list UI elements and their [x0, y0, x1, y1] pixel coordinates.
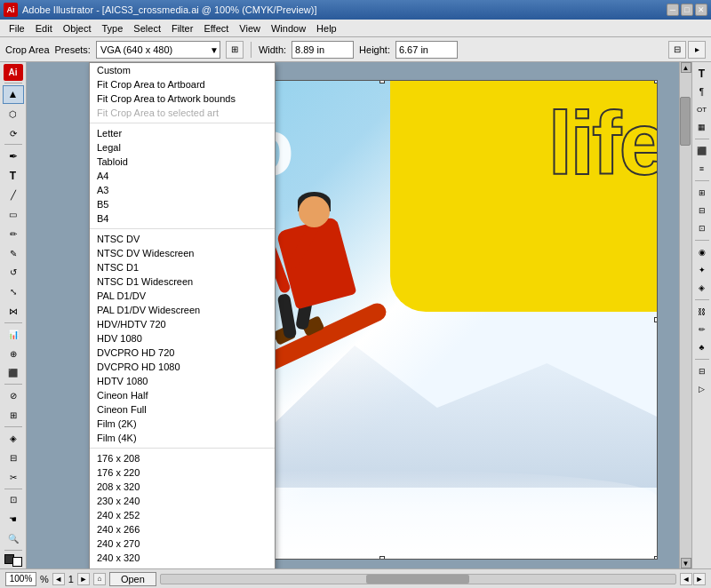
handle-br[interactable] [654, 556, 658, 560]
presets-dropdown[interactable]: CustomFit Crop Area to ArtboardFit Crop … [89, 62, 276, 568]
handle-mr[interactable] [654, 317, 658, 322]
options-icon[interactable]: ⊟ [668, 41, 686, 59]
dropdown-item[interactable]: Letter [90, 126, 275, 140]
dropdown-item[interactable]: 240 x 320 [90, 551, 275, 565]
direct-select-button[interactable]: ⬡ [3, 105, 24, 123]
dropdown-item[interactable]: Film (4K) [90, 431, 275, 445]
panel-icon-table[interactable]: ▦ [694, 119, 710, 135]
pen-tool-button[interactable]: ✒ [3, 147, 24, 165]
dropdown-item[interactable]: B4 [90, 211, 275, 226]
menu-filter[interactable]: Filter [166, 22, 198, 35]
rect-tool-button[interactable]: ▭ [3, 205, 24, 224]
dropdown-item[interactable]: 176 x 220 [90, 465, 275, 480]
dropdown-item[interactable]: B5 [90, 197, 275, 211]
rotate-button[interactable]: ↺ [3, 263, 24, 282]
panel-icon-symbols[interactable]: ♣ [694, 339, 710, 355]
symbol-button[interactable]: ⊕ [3, 345, 24, 363]
panel-icon-gradient[interactable]: ◈ [694, 280, 710, 296]
dropdown-item[interactable]: A3 [90, 183, 275, 197]
scroll-thumb[interactable] [680, 97, 691, 146]
artboard-button[interactable]: ⊡ [3, 490, 24, 509]
menu-edit[interactable]: Edit [30, 22, 58, 35]
scroll-right-button[interactable]: ► [693, 573, 706, 585]
dropdown-item[interactable]: NTSC DV Widescreen [90, 246, 275, 260]
stroke-color[interactable] [12, 557, 22, 567]
zoom-input[interactable] [5, 572, 36, 586]
dropdown-item[interactable]: Cineon Full [90, 402, 275, 417]
panel-icon-align[interactable]: ⊟ [694, 203, 710, 219]
zoom-button[interactable]: 🔍 [3, 529, 24, 548]
prev-page-button[interactable]: ◄ [52, 573, 65, 585]
dropdown-item[interactable]: NTSC D1 Widescreen [90, 274, 275, 289]
panel-icon-actions[interactable]: ▷ [694, 381, 710, 397]
menu-type[interactable]: Type [97, 22, 129, 35]
maximize-button[interactable]: □ [681, 4, 693, 16]
dropdown-item[interactable]: HDV/HDTV 720 [90, 317, 275, 331]
handle-bm[interactable] [379, 556, 385, 560]
panel-icon-color[interactable]: ◉ [694, 244, 710, 260]
warp-button[interactable]: ⋈ [3, 302, 24, 321]
panel-icon-paragraph[interactable]: ¶ [694, 83, 710, 99]
dropdown-item[interactable]: PAL D1/DV Widescreen [90, 303, 275, 317]
panel-icon-swatches[interactable]: ✦ [694, 262, 710, 278]
dropdown-item[interactable]: 240 x 252 [90, 508, 275, 522]
column-button[interactable]: ⬛ [3, 364, 24, 383]
dropdown-item[interactable]: Fit Crop Area to Artwork bounds [90, 91, 275, 106]
menu-object[interactable]: Object [58, 22, 97, 35]
panel-icon-stroke[interactable]: ⬛ [694, 143, 710, 159]
panel-icon-brushes[interactable]: ✏ [694, 322, 710, 338]
dropdown-item[interactable]: Legal [90, 140, 275, 155]
pencil-button[interactable]: ✎ [3, 244, 24, 263]
hand-button[interactable]: ☚ [3, 510, 24, 528]
dropdown-item[interactable]: 208 x 320 [90, 480, 275, 494]
width-input[interactable] [292, 41, 354, 59]
mesh-button[interactable]: ⊟ [3, 449, 24, 467]
dropdown-item[interactable]: HDTV 1080 [90, 374, 275, 388]
presets-dropdown-wrapper[interactable]: VGA (640 x 480) ▼ [96, 41, 220, 59]
dropdown-item[interactable]: NTSC DV [90, 232, 275, 246]
menu-effect[interactable]: Effect [198, 22, 234, 35]
dropdown-item[interactable]: Custom [90, 63, 275, 77]
graph-button[interactable]: 📊 [3, 325, 24, 344]
dropdown-item[interactable]: 240 x 266 [90, 522, 275, 536]
menu-view[interactable]: View [234, 22, 266, 35]
panel-icon-transform[interactable]: ⊞ [694, 185, 710, 201]
dropdown-item[interactable]: NTSC D1 [90, 260, 275, 274]
panel-icon-lines[interactable]: ≡ [694, 161, 710, 177]
line-tool-button[interactable]: ╱ [3, 186, 24, 204]
presets-select[interactable]: VGA (640 x 480) [96, 41, 220, 59]
scissors-button[interactable]: ✂ [3, 468, 24, 487]
dropdown-item[interactable]: HDV 1080 [90, 331, 275, 346]
dropdown-item[interactable]: DVCPRO HD 720 [90, 346, 275, 360]
open-button[interactable]: Open [109, 572, 156, 586]
h-scroll-thumb[interactable] [366, 575, 469, 584]
gradient-button[interactable]: ◈ [3, 429, 24, 448]
horizontal-scrollbar[interactable] [160, 574, 676, 584]
scale-button[interactable]: ⤡ [3, 282, 24, 301]
dropdown-item[interactable]: Fit Crop Area to Artboard [90, 77, 275, 91]
handle-tr[interactable] [654, 80, 658, 83]
paintbrush-button[interactable]: ✏ [3, 225, 24, 243]
handle-tm[interactable] [379, 80, 385, 83]
height-input[interactable] [395, 41, 458, 59]
menu-help[interactable]: Help [311, 22, 342, 35]
dropdown-item[interactable]: PAL D1/DV [90, 289, 275, 303]
minimize-button[interactable]: ─ [667, 4, 679, 16]
lasso-button[interactable]: ⟳ [3, 124, 24, 143]
dropdown-item[interactable]: 230 x 240 [90, 494, 275, 508]
scroll-left-button[interactable]: ◄ [680, 573, 692, 585]
close-button[interactable]: ✕ [695, 4, 707, 16]
dropdown-item[interactable]: DVCPRO HD 1080 [90, 360, 275, 374]
home-icon[interactable]: ⌂ [93, 573, 106, 585]
dropdown-item[interactable]: 240 x 270 [90, 536, 275, 551]
eyedropper-button[interactable]: ⊘ [3, 386, 24, 405]
selection-tool-button[interactable]: ▲ [3, 85, 24, 104]
menu-window[interactable]: Window [266, 22, 311, 35]
dropdown-item[interactable]: A4 [90, 169, 275, 183]
dropdown-item[interactable]: 176 x 208 [90, 451, 275, 465]
dropdown-item[interactable]: Film (2K) [90, 417, 275, 431]
panel-icon-link[interactable]: ⛓ [694, 304, 710, 320]
panel-icon-opentype[interactable]: OT [694, 101, 710, 117]
crop-icon-button[interactable]: ⊞ [226, 41, 244, 59]
panel-icon-layers[interactable]: ⊟ [694, 363, 710, 379]
